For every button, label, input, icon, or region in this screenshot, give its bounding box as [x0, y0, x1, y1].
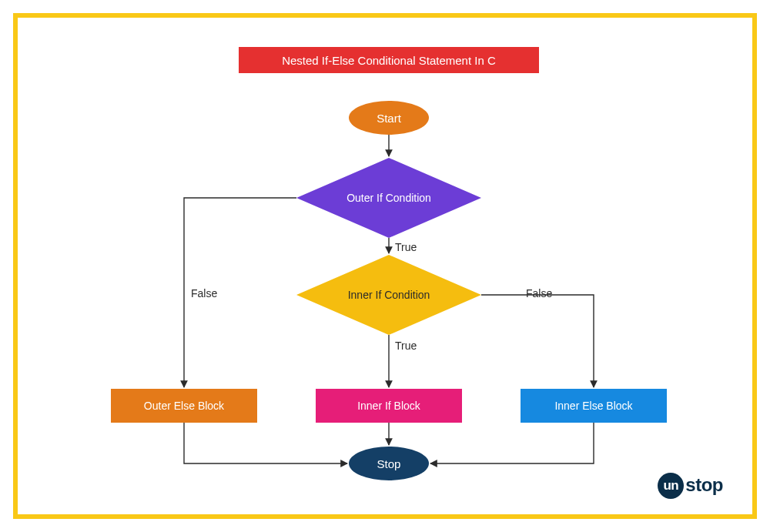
diagram-frame: Nested If-Else Conditional Statement In …	[13, 13, 757, 519]
brand-logo: unstop	[658, 474, 723, 500]
diagram-title: Nested If-Else Conditional Statement In …	[239, 47, 539, 73]
start-node: Start	[349, 101, 429, 135]
outer-if-decision: Outer If Condition	[296, 158, 481, 238]
inner-else-block: Inner Else Block	[521, 389, 667, 423]
edge-label-outer-false: False	[191, 287, 217, 299]
outer-else-block: Outer Else Block	[111, 389, 257, 423]
brand-logo-circle: un	[658, 473, 684, 499]
edge-label-inner-false: False	[526, 287, 552, 299]
stop-node: Stop	[349, 447, 429, 480]
inner-if-block: Inner If Block	[316, 389, 462, 423]
edge-label-inner-true: True	[395, 340, 417, 352]
brand-logo-text: stop	[685, 474, 723, 495]
inner-if-decision: Inner If Condition	[296, 255, 481, 335]
edge-label-outer-true: True	[395, 241, 417, 253]
